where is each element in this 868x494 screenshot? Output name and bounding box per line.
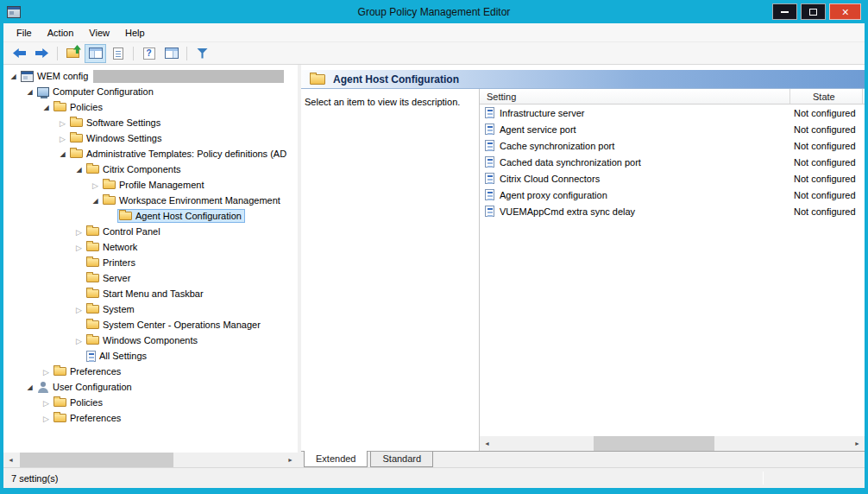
tree-item-user-configuration[interactable]: User Configuration: [3, 379, 298, 395]
maximize-button[interactable]: [801, 3, 826, 20]
tree-item-system[interactable]: System: [3, 301, 298, 317]
expander-collapsed-icon[interactable]: [72, 239, 85, 256]
tree-item-agent-host-configuration[interactable]: Agent Host Configuration: [3, 208, 298, 224]
expander-expanded-icon[interactable]: [89, 192, 102, 209]
statusbar-divider: [763, 472, 764, 484]
titlebar[interactable]: Group Policy Management Editor: [0, 0, 868, 23]
tree-item-profile-management[interactable]: Profile Management: [3, 177, 298, 193]
scroll-right-button[interactable]: [850, 436, 865, 451]
scrollbar-thumb[interactable]: [594, 436, 714, 451]
scroll-right-button[interactable]: [283, 453, 298, 467]
column-header-setting[interactable]: Setting: [480, 89, 790, 104]
scrollbar-thumb[interactable]: [20, 453, 173, 467]
up-one-level-icon: [66, 48, 79, 58]
expander-collapsed-icon[interactable]: [72, 224, 85, 240]
minimize-button[interactable]: [772, 3, 797, 20]
tree-item-preferences-computer[interactable]: Preferences: [3, 364, 298, 379]
expander-expanded-icon[interactable]: [23, 83, 36, 100]
tab-extended[interactable]: Extended: [304, 451, 368, 467]
menu-view[interactable]: View: [81, 25, 117, 41]
tree-item-preferences-user[interactable]: Preferences: [3, 410, 298, 426]
setting-row[interactable]: Citrix Cloud Connectors Not configured: [480, 170, 865, 187]
setting-row[interactable]: VUEMAppCmd extra sync delay Not configur…: [480, 203, 865, 219]
setting-row[interactable]: Agent service port Not configured: [480, 121, 865, 137]
setting-row[interactable]: Cached data synchronization port Not con…: [480, 154, 865, 170]
tree-item-policies-computer[interactable]: Policies: [3, 99, 298, 115]
show-action-pane-button[interactable]: [160, 44, 182, 63]
expander-expanded-icon[interactable]: [56, 145, 69, 162]
column-header-state[interactable]: State: [790, 89, 863, 104]
details-content: Select an item to view its description. …: [301, 89, 865, 451]
setting-row[interactable]: Agent proxy configuration Not configured: [480, 187, 865, 203]
app-window: Group Policy Management Editor File Acti…: [0, 0, 868, 494]
expander-expanded-icon[interactable]: [40, 98, 53, 116]
tree-item-wem-config[interactable]: WEM config: [3, 68, 298, 84]
tree-item-label: Computer Configuration: [53, 86, 154, 97]
expander-collapsed-icon[interactable]: [40, 410, 53, 427]
tree-item-control-panel[interactable]: Control Panel: [3, 224, 298, 239]
tree-item-label: Profile Management: [119, 180, 204, 190]
expander-collapsed-icon[interactable]: [40, 364, 53, 380]
folder-icon: [86, 336, 99, 345]
setting-row[interactable]: Cache synchronization port Not configure…: [480, 137, 865, 154]
tree-item-label: Workspace Environment Management: [119, 195, 280, 206]
expander-expanded-icon[interactable]: [7, 67, 20, 85]
expander-expanded-icon[interactable]: [23, 378, 36, 396]
folder-icon: [53, 367, 66, 376]
expander-collapsed-icon[interactable]: [56, 130, 69, 147]
tree-item-policies-user[interactable]: Policies: [3, 395, 298, 410]
list-header: Setting State: [480, 89, 865, 104]
expander-collapsed-icon[interactable]: [72, 332, 85, 349]
expander-collapsed-icon[interactable]: [89, 177, 102, 193]
window-title: Group Policy Management Editor: [0, 6, 868, 18]
tree-item-printers[interactable]: Printers: [3, 255, 298, 270]
tree-item-computer-configuration[interactable]: Computer Configuration: [3, 84, 298, 99]
setting-row[interactable]: Infrastructure server Not configured: [480, 104, 865, 121]
tree-horizontal-scrollbar[interactable]: [3, 453, 298, 467]
folder-icon: [103, 180, 116, 189]
expander-collapsed-icon[interactable]: [40, 395, 53, 411]
setting-state: Not configured: [790, 174, 863, 184]
up-one-level-button[interactable]: [62, 44, 84, 63]
mmc-app-icon[interactable]: [7, 6, 21, 18]
export-list-button[interactable]: [107, 44, 129, 63]
minimize-icon: [781, 11, 789, 13]
back-button[interactable]: [9, 44, 30, 63]
scrollbar-track[interactable]: [494, 436, 850, 451]
close-button[interactable]: [829, 3, 861, 20]
tab-standard[interactable]: Standard: [370, 452, 433, 467]
tree-item-administrative-templates[interactable]: Administrative Templates: Policy definit…: [3, 146, 298, 162]
user-icon: [37, 382, 49, 393]
scroll-left-button[interactable]: [480, 436, 494, 451]
menu-help[interactable]: Help: [117, 25, 153, 41]
list-horizontal-scrollbar[interactable]: [480, 436, 865, 451]
folder-icon: [310, 74, 325, 85]
setting-name: Citrix Cloud Connectors: [500, 174, 600, 184]
filter-options-button[interactable]: [192, 44, 213, 63]
tree-item-server[interactable]: Server: [3, 270, 298, 286]
scrollbar-track[interactable]: [18, 453, 283, 467]
tree-item-citrix-components[interactable]: Citrix Components: [3, 162, 298, 177]
tree-item-system-center-operations-manager[interactable]: System Center - Operations Manager: [3, 317, 298, 332]
expander-collapsed-icon[interactable]: [72, 301, 85, 318]
tree-item-label: Agent Host Configuration: [135, 211, 242, 221]
window-controls: [772, 3, 861, 20]
tree-item-windows-components[interactable]: Windows Components: [3, 332, 298, 348]
tree-item-windows-settings[interactable]: Windows Settings: [3, 130, 298, 146]
expander-expanded-icon[interactable]: [72, 161, 85, 178]
expander-collapsed-icon[interactable]: [56, 115, 69, 131]
help-button[interactable]: [138, 44, 160, 63]
tab-label: Extended: [316, 453, 355, 464]
tree-item-start-menu-and-taskbar[interactable]: Start Menu and Taskbar: [3, 286, 298, 301]
tree-item-all-settings[interactable]: All Settings: [3, 348, 298, 364]
tree-item-workspace-environment-management[interactable]: Workspace Environment Management: [3, 193, 298, 208]
tree-item-software-settings[interactable]: Software Settings: [3, 115, 298, 130]
forward-button[interactable]: [31, 44, 53, 63]
scroll-left-button[interactable]: [3, 453, 18, 467]
statusbar: 7 setting(s): [3, 467, 865, 488]
setting-icon: [485, 124, 494, 135]
menu-file[interactable]: File: [9, 25, 40, 41]
show-console-tree-button[interactable]: [85, 44, 106, 63]
tree-item-network[interactable]: Network: [3, 239, 298, 255]
menu-action[interactable]: Action: [40, 25, 82, 41]
